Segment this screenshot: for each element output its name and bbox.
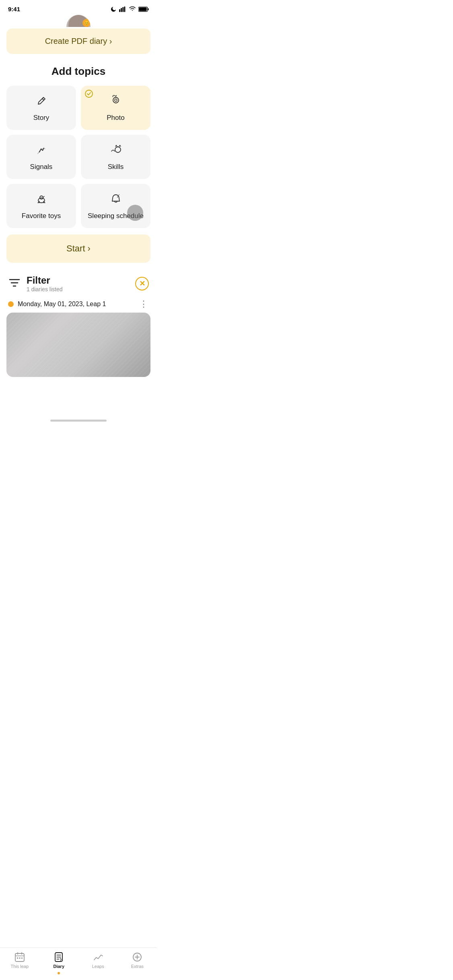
start-button[interactable]: Start › bbox=[6, 235, 150, 263]
topic-card-skills[interactable]: Skills bbox=[81, 135, 150, 179]
signals-icon bbox=[35, 143, 48, 159]
favorite-toys-icon bbox=[35, 192, 48, 208]
svg-point-9 bbox=[115, 99, 117, 101]
filter-text: Filter 1 diaries listed bbox=[27, 275, 135, 292]
svg-text:z: z bbox=[119, 194, 119, 196]
svg-rect-5 bbox=[139, 7, 147, 11]
story-icon bbox=[35, 94, 48, 110]
cursor-pointer bbox=[127, 205, 143, 221]
filter-close-button[interactable]: ✕ bbox=[135, 277, 149, 290]
create-pdf-label: Create PDF diary › bbox=[45, 37, 112, 45]
add-topics-title: Add topics bbox=[0, 65, 157, 78]
photo-label: Photo bbox=[107, 114, 124, 122]
wifi-icon bbox=[129, 6, 136, 12]
topic-card-sleeping-schedule[interactable]: z z z Sleeping schedule bbox=[81, 184, 150, 228]
svg-rect-0 bbox=[119, 9, 120, 12]
svg-rect-6 bbox=[148, 8, 148, 10]
moon-icon bbox=[110, 6, 117, 12]
battery-icon bbox=[138, 6, 149, 12]
photo-icon bbox=[109, 94, 123, 110]
status-time: 9:41 bbox=[8, 6, 20, 12]
sleeping-schedule-icon: z z z bbox=[109, 192, 123, 208]
svg-point-11 bbox=[38, 198, 45, 203]
skills-icon bbox=[109, 143, 123, 159]
profile-partial: 😊 bbox=[0, 15, 157, 29]
filter-section: Filter 1 diaries listed ✕ bbox=[0, 275, 157, 292]
svg-rect-3 bbox=[124, 6, 125, 12]
story-label: Story bbox=[33, 114, 49, 122]
svg-rect-1 bbox=[121, 8, 122, 12]
topic-card-signals[interactable]: Signals bbox=[6, 135, 76, 179]
start-label: Start › bbox=[66, 243, 91, 253]
signals-label: Signals bbox=[30, 163, 53, 171]
filter-subtitle: 1 diaries listed bbox=[27, 286, 135, 292]
signal-icon bbox=[119, 6, 126, 12]
svg-point-10 bbox=[115, 147, 121, 152]
skills-label: Skills bbox=[108, 163, 124, 171]
topic-card-photo[interactable]: Photo bbox=[81, 86, 150, 130]
svg-rect-2 bbox=[122, 7, 124, 12]
filter-icon bbox=[8, 276, 21, 291]
diary-image bbox=[6, 313, 150, 377]
status-bar: 9:41 bbox=[0, 0, 157, 15]
diary-date-row: Monday, May 01, 2023, Leap 1 ⋮ bbox=[0, 301, 157, 308]
diary-date-left: Monday, May 01, 2023, Leap 1 bbox=[8, 301, 106, 308]
svg-point-12 bbox=[40, 196, 43, 199]
diary-image-texture bbox=[6, 313, 150, 377]
diary-date-text: Monday, May 01, 2023, Leap 1 bbox=[18, 301, 106, 308]
diary-more-button[interactable]: ⋮ bbox=[139, 301, 149, 307]
home-indicator bbox=[50, 420, 107, 422]
topic-card-favorite-toys[interactable]: Favorite toys bbox=[6, 184, 76, 228]
status-icons bbox=[110, 6, 149, 12]
svg-point-8 bbox=[113, 97, 119, 103]
favorite-toys-label: Favorite toys bbox=[22, 212, 61, 220]
filter-close-icon: ✕ bbox=[139, 280, 145, 287]
svg-point-7 bbox=[85, 90, 93, 97]
filter-title: Filter bbox=[27, 275, 135, 286]
topic-card-story[interactable]: Story bbox=[6, 86, 76, 130]
topics-grid: Story Photo bbox=[0, 86, 157, 228]
create-pdf-banner[interactable]: Create PDF diary › bbox=[6, 29, 150, 54]
diary-dot bbox=[8, 301, 14, 307]
photo-checkmark bbox=[85, 90, 93, 100]
